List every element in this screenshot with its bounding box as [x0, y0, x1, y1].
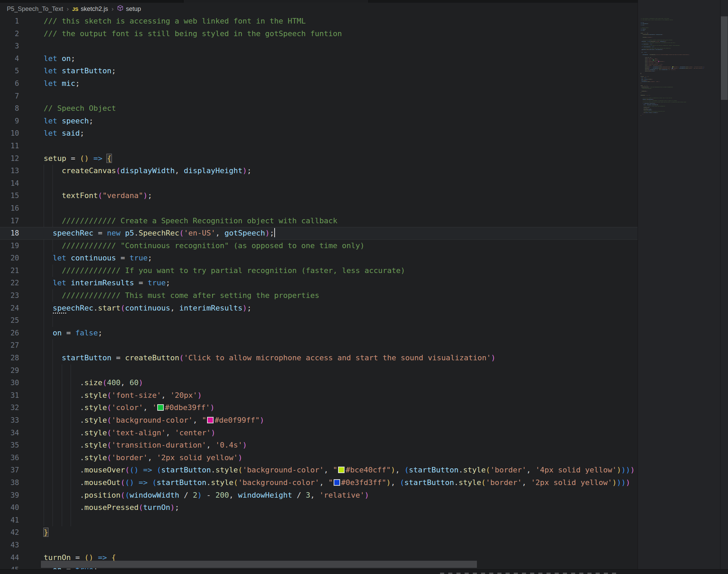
- tab-segment-active[interactable]: [184, 0, 369, 3]
- line-number[interactable]: 16: [0, 202, 34, 215]
- code-line[interactable]: 40 .mousePressed(turnOn);: [0, 501, 638, 514]
- code-line-text[interactable]: [34, 364, 638, 377]
- code-line-text[interactable]: textFont("verdana");: [34, 190, 638, 202]
- code-line[interactable]: 31 .style('font-size', '20px'): [0, 389, 638, 402]
- code-line-text[interactable]: .mouseOver(() => (startButton.style('bac…: [34, 464, 638, 477]
- code-line-text[interactable]: [34, 202, 638, 215]
- code-line[interactable]: 1/// this sketch is accessing a web link…: [0, 15, 638, 28]
- code-line[interactable]: 34 .style('text-align', 'center'): [0, 427, 638, 439]
- code-line[interactable]: 26 on = false;: [0, 327, 638, 339]
- code-line[interactable]: 41: [0, 514, 638, 527]
- code-line[interactable]: 15 textFont("verdana");: [0, 190, 638, 202]
- code-line[interactable]: 22 let interimResults = true;: [0, 277, 638, 289]
- code-line[interactable]: 2/// the output font is still being styl…: [0, 28, 638, 40]
- code-line[interactable]: 39 .position((windowWidth / 2) - 200, wi…: [0, 489, 638, 502]
- line-number[interactable]: 10: [0, 127, 34, 140]
- code-line[interactable]: 4let on;: [0, 52, 638, 65]
- code-line-text[interactable]: // Speech Object: [34, 102, 638, 115]
- code-line-text[interactable]: ///////////// If you want to try partial…: [34, 265, 638, 277]
- code-line[interactable]: 32 .style('color', '#0dbe39ff'): [0, 402, 638, 414]
- code-line-text[interactable]: let startButton;: [34, 65, 638, 77]
- line-number[interactable]: 26: [0, 327, 34, 339]
- line-number[interactable]: 25: [0, 314, 34, 327]
- line-number[interactable]: 42: [0, 526, 34, 539]
- code-line-text[interactable]: [34, 339, 638, 352]
- tab-segment[interactable]: [0, 0, 184, 3]
- line-number[interactable]: 41: [0, 514, 34, 527]
- line-number[interactable]: 2: [0, 28, 34, 40]
- code-line[interactable]: 16: [0, 202, 638, 215]
- line-number[interactable]: 38: [0, 477, 34, 489]
- code-line[interactable]: 20 let continuous = true;: [0, 252, 638, 265]
- code-line-text[interactable]: .style('background-color', "#de0f99ff"): [34, 414, 638, 427]
- line-number[interactable]: 6: [0, 77, 34, 90]
- line-number[interactable]: 3: [0, 40, 34, 52]
- breadcrumb-project[interactable]: P5_Speech_To_Text: [7, 5, 63, 13]
- code-line[interactable]: 38 .mouseOut(() => (startButton.style('b…: [0, 477, 638, 489]
- line-number[interactable]: 30: [0, 377, 34, 389]
- line-number[interactable]: 17: [0, 215, 34, 227]
- code-line[interactable]: 36 .style('border', '2px solid yellow'): [0, 452, 638, 464]
- tab-strip[interactable]: [0, 0, 728, 3]
- inline-color-swatch[interactable]: [207, 417, 214, 423]
- code-line-text[interactable]: [34, 90, 638, 103]
- line-number[interactable]: 22: [0, 277, 34, 289]
- code-line-text[interactable]: speechRec.start(continuous, interimResul…: [34, 302, 638, 315]
- code-line-text[interactable]: ///////////// This must come after setti…: [34, 289, 638, 302]
- code-line-text[interactable]: startButton = createButton('Click to all…: [34, 352, 638, 364]
- line-number[interactable]: 5: [0, 65, 34, 77]
- line-number[interactable]: 36: [0, 452, 34, 464]
- line-number[interactable]: 18: [0, 227, 34, 240]
- code-line[interactable]: 21 ///////////// If you want to try part…: [0, 265, 638, 277]
- code-line[interactable]: 35 .style('transition-duration', '0.4s'): [0, 439, 638, 452]
- code-line-text[interactable]: .size(400, 60): [34, 377, 638, 389]
- line-number[interactable]: 40: [0, 501, 34, 514]
- code-line[interactable]: 28 startButton = createButton('Click to …: [0, 352, 638, 364]
- code-line-text[interactable]: speechRec = new p5.SpeechRec('en-US', go…: [34, 227, 638, 240]
- code-line[interactable]: 14: [0, 177, 638, 190]
- code-line-text[interactable]: on = false;: [34, 327, 638, 339]
- code-line-text[interactable]: let continuous = true;: [34, 252, 638, 265]
- line-number[interactable]: 27: [0, 339, 34, 352]
- code-line-text[interactable]: /// the output font is still being style…: [34, 28, 638, 40]
- code-line[interactable]: 30 .size(400, 60): [0, 377, 638, 389]
- code-line-text[interactable]: [34, 514, 638, 527]
- line-number[interactable]: 15: [0, 190, 34, 202]
- line-number[interactable]: 23: [0, 289, 34, 302]
- line-number[interactable]: 33: [0, 414, 34, 427]
- code-line[interactable]: 42}: [0, 526, 638, 539]
- line-number[interactable]: 35: [0, 439, 34, 452]
- code-line[interactable]: 27: [0, 339, 638, 352]
- breadcrumb-symbol[interactable]: setup: [126, 5, 141, 13]
- code-line-text[interactable]: setup = () => {: [34, 152, 638, 165]
- code-line-text[interactable]: .style('color', '#0dbe39ff'): [34, 402, 638, 414]
- inline-color-swatch[interactable]: [338, 467, 345, 473]
- code-line-text[interactable]: .style('text-align', 'center'): [34, 427, 638, 439]
- code-line-text[interactable]: let interimResults = true;: [34, 277, 638, 289]
- line-number[interactable]: 31: [0, 389, 34, 402]
- vertical-scrollbar-thumb[interactable]: [721, 16, 728, 100]
- code-line-text[interactable]: [34, 40, 638, 52]
- code-line-text[interactable]: .style('border', '2px solid yellow'): [34, 452, 638, 464]
- code-line-text[interactable]: .style('font-size', '20px'): [34, 389, 638, 402]
- line-number[interactable]: 32: [0, 402, 34, 414]
- code-line-text[interactable]: createCanvas(displayWidth, displayHeight…: [34, 165, 638, 177]
- line-number[interactable]: 12: [0, 152, 34, 165]
- code-line-text[interactable]: [34, 177, 638, 190]
- minimap[interactable]: /// this sketch is accessing a web linke…: [638, 0, 720, 569]
- line-number[interactable]: 20: [0, 252, 34, 265]
- line-number[interactable]: 8: [0, 102, 34, 115]
- code-line-text[interactable]: let on;: [34, 52, 638, 65]
- code-editor-area[interactable]: 1/// this sketch is accessing a web link…: [0, 15, 638, 574]
- code-line-text[interactable]: .mouseOut(() => (startButton.style('back…: [34, 477, 638, 489]
- code-line[interactable]: 5let startButton;: [0, 65, 638, 77]
- horizontal-scrollbar-thumb[interactable]: [41, 561, 477, 568]
- line-number[interactable]: 21: [0, 265, 34, 277]
- code-line[interactable]: 3: [0, 40, 638, 52]
- code-line[interactable]: 25: [0, 314, 638, 327]
- inline-color-swatch[interactable]: [334, 479, 340, 486]
- code-line[interactable]: 37 .mouseOver(() => (startButton.style('…: [0, 464, 638, 477]
- code-line[interactable]: 43: [0, 539, 638, 552]
- code-line-text[interactable]: [34, 314, 638, 327]
- line-number[interactable]: 29: [0, 364, 34, 377]
